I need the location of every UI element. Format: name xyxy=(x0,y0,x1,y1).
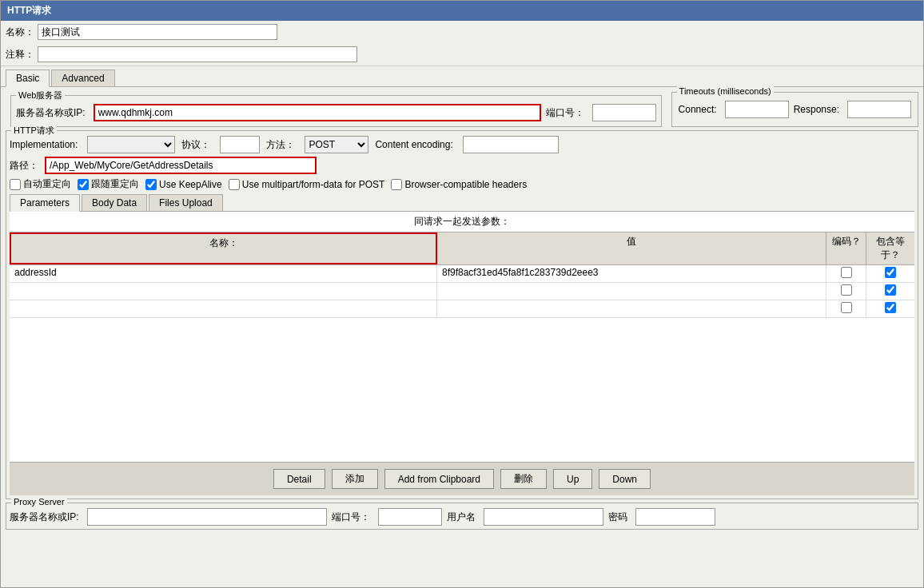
td-include-0[interactable] xyxy=(866,265,914,282)
col-include-header: 包含等于？ xyxy=(866,232,914,264)
table-row xyxy=(10,300,914,318)
path-label: 路径： xyxy=(10,159,38,173)
td-name-1 xyxy=(10,283,437,300)
proxy-row: 服务器名称或IP: 端口号： 用户名 密码 xyxy=(10,508,914,526)
browser-headers-checkbox[interactable]: Browser-compatible headers xyxy=(391,179,527,190)
add-button[interactable]: 添加 xyxy=(332,469,378,489)
port-input[interactable] xyxy=(592,104,656,121)
proxy-pass-input[interactable] xyxy=(635,508,715,526)
td-value-0: 8f9f8acf31ed45fa8f1c283739d2eee3 xyxy=(437,265,826,282)
note-input[interactable] xyxy=(38,46,357,62)
impl-select[interactable] xyxy=(87,136,175,153)
name-input[interactable] xyxy=(38,24,277,40)
response-label: Response: xyxy=(794,104,839,115)
add-clipboard-button[interactable]: Add from Clipboard xyxy=(384,469,494,489)
col-value-header: 值 xyxy=(437,232,826,264)
connect-input[interactable] xyxy=(725,101,789,118)
table-row xyxy=(10,283,914,300)
params-table: 名称： 值 编码？ 包含等于？ addressId 8f9f8acf31ed45… xyxy=(10,232,914,462)
server-ip-label: 服务器名称或IP: xyxy=(16,106,86,120)
up-button[interactable]: Up xyxy=(553,469,592,489)
td-name-2 xyxy=(10,300,437,317)
response-input[interactable] xyxy=(847,101,911,118)
checkboxes-row: 自动重定向 跟随重定向 Use KeepAlive Use multipart/… xyxy=(10,177,914,191)
path-input[interactable] xyxy=(45,157,317,174)
name-row: 名称： xyxy=(1,21,923,43)
tab-advanced[interactable]: Advanced xyxy=(51,70,114,86)
protocol-input[interactable] xyxy=(220,136,260,153)
main-tab-bar: Basic Advanced xyxy=(1,66,923,87)
td-name-0: addressId xyxy=(10,265,437,282)
empty-area xyxy=(10,318,914,462)
col-encoded-header: 编码？ xyxy=(826,232,866,264)
sub-tab-files-upload[interactable]: Files Upload xyxy=(149,194,223,211)
note-row: 注释： xyxy=(1,43,923,66)
main-window: HTTP请求 名称： 注释： Basic Advanced Web服务器 服务器… xyxy=(0,0,924,588)
proxy-section-title: Proxy Server xyxy=(11,497,67,507)
proxy-user-label: 用户名 xyxy=(447,511,476,524)
table-row: addressId 8f9f8acf31ed45fa8f1c283739d2ee… xyxy=(10,265,914,283)
sub-tab-bar: Parameters Body Data Files Upload xyxy=(10,194,914,212)
tab-basic[interactable]: Basic xyxy=(6,70,50,87)
send-params-label: 同请求一起发送参数： xyxy=(10,212,914,232)
method-select[interactable]: POST GET xyxy=(305,136,368,153)
td-value-1 xyxy=(437,283,826,300)
sub-tab-body-data[interactable]: Body Data xyxy=(82,194,147,211)
params-content: 同请求一起发送参数： 名称： 值 编码？ 包含等于？ addressId 8f9… xyxy=(10,212,914,462)
td-value-2 xyxy=(437,300,826,317)
detail-button[interactable]: Detail xyxy=(273,469,325,489)
connect-label: Connect: xyxy=(679,104,717,115)
table-header: 名称： 值 编码？ 包含等于？ xyxy=(10,232,914,265)
delete-button[interactable]: 删除 xyxy=(500,469,547,489)
proxy-ip-input[interactable] xyxy=(87,508,327,526)
auto-redirect-checkbox[interactable]: 自动重定向 xyxy=(10,177,71,191)
col-name-header: 名称： xyxy=(10,232,437,264)
action-bar: Detail 添加 Add from Clipboard 删除 Up Down xyxy=(10,462,914,495)
timeouts-section-title: Timeouts (milliseconds) xyxy=(677,86,774,96)
protocol-label: 协议： xyxy=(181,138,210,152)
proxy-server-label: 服务器名称或IP: xyxy=(10,511,79,524)
port-label: 端口号： xyxy=(546,106,584,120)
path-row: 路径： xyxy=(10,157,914,174)
sub-tab-parameters[interactable]: Parameters xyxy=(10,194,80,212)
web-server-section-title: Web服务器 xyxy=(16,89,65,101)
impl-label: Implementation: xyxy=(10,139,78,150)
td-encoded-1[interactable] xyxy=(826,283,866,300)
name-label: 名称： xyxy=(6,26,34,39)
proxy-port-input[interactable] xyxy=(378,508,442,526)
window-title: HTTP请求 xyxy=(7,5,51,16)
td-encoded-0[interactable] xyxy=(826,265,866,282)
proxy-section: Proxy Server 服务器名称或IP: 端口号： 用户名 密码 xyxy=(6,503,918,530)
multipart-checkbox[interactable]: Use multipart/form-data for POST xyxy=(229,179,385,190)
note-label: 注释： xyxy=(6,48,34,62)
title-bar: HTTP请求 xyxy=(1,1,923,21)
td-encoded-2[interactable] xyxy=(826,300,866,317)
keep-alive-checkbox[interactable]: Use KeepAlive xyxy=(145,179,222,190)
proxy-port-label: 端口号： xyxy=(332,511,370,524)
encoding-label: Content encoding: xyxy=(375,139,452,150)
proxy-user-input[interactable] xyxy=(484,508,603,526)
http-request-section: HTTP请求 Implementation: 协议： 方法： POST GET … xyxy=(6,130,918,499)
method-label: 方法： xyxy=(266,138,295,152)
down-button[interactable]: Down xyxy=(599,469,651,489)
follow-redirect-checkbox[interactable]: 跟随重定向 xyxy=(78,177,139,191)
server-row: 服务器名称或IP: 端口号： xyxy=(16,104,656,121)
td-include-1[interactable] xyxy=(866,283,914,300)
http-request-title: HTTP请求 xyxy=(11,125,57,137)
http-row1: Implementation: 协议： 方法： POST GET Content… xyxy=(10,136,914,153)
td-include-2[interactable] xyxy=(866,300,914,317)
server-ip-input[interactable] xyxy=(94,104,541,121)
encoding-input[interactable] xyxy=(463,136,559,153)
proxy-pass-label: 密码 xyxy=(608,511,627,524)
